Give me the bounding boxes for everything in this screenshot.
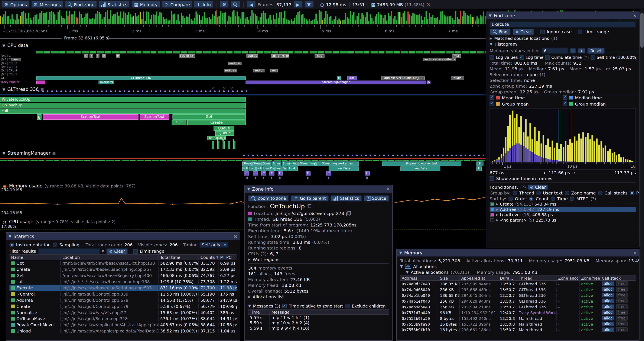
alloc-callstack-button[interactable]: alloc [602,327,614,332]
exclude-children-checkbox[interactable] [345,303,350,308]
ignore-case-checkbox[interactable] [540,30,545,34]
sample-dot[interactable] [370,155,372,156]
timeline-zone[interactable]: Lo Uj [249,167,256,171]
sample-dot[interactable] [365,155,367,156]
increment-button[interactable]: + [578,48,585,53]
sample-dot[interactable] [119,90,121,92]
timeline-zone[interactable]: g [37,114,41,120]
cpu-usage-plot-header[interactable]: ◔ CPU usage (y-range: 0.78%, visible dat… [2,219,116,224]
timeline-zone[interactable]: Streaming worker tas [316,161,359,166]
sample-dot[interactable] [60,90,62,92]
timeline-zone[interactable]: Strea [262,161,272,166]
timeline-zone[interactable]: C [278,171,282,176]
timeline-zone[interactable]: cds_ol_rx_threa [271,54,289,57]
sample-dot[interactable] [266,155,268,156]
frame-dropdown-button[interactable]: ▼ [304,1,314,8]
sample-dot[interactable] [320,155,322,156]
sort-by-radio-time[interactable] [551,196,555,201]
find-zone-histogram[interactable]: 1 µs10 µs100 µs [490,108,636,170]
timeline-zone[interactable]: LoadDaU [263,167,275,171]
stats-column-location[interactable]: Location [60,255,158,259]
sample-dot[interactable] [257,155,258,156]
source-button[interactable]: Source [364,195,389,201]
toolbar-button-messages[interactable]: ✉Messages [31,1,63,8]
wait-regions-label[interactable]: Wait regions [253,257,280,262]
sample-dot[interactable] [401,155,403,156]
timeline-zone[interactable]: Strea [272,161,281,166]
sample-dot[interactable] [65,90,67,92]
expand-arrow-icon[interactable]: ▶ [496,213,498,216]
stats-row[interactable]: OnTouchMovejni/../jni/src/guif/Screen.cp… [10,316,236,322]
sample-dot[interactable] [428,155,430,156]
timeline-zone[interactable]: C [306,171,310,176]
expand-arrow-icon[interactable]: ▶ [496,218,498,222]
free-callstack-button[interactable]: free [616,281,628,286]
timeline-zone[interactable]: Get [172,114,246,120]
sample-dot[interactable] [275,155,276,156]
alloc-callstack-button[interactable]: alloc [602,304,614,309]
memory-titlebar[interactable]: ▼ Memory × [397,249,639,256]
instrumentation-radio[interactable] [10,242,14,247]
help-mark[interactable]: (?) [520,184,526,189]
timeline-zone[interactable]: audio. [253,69,264,72]
statistics-button[interactable]: Statistics [331,195,362,201]
sample-dot[interactable] [83,90,84,92]
stats-row[interactable]: Executejni/../jni/src/claw/base/LuaScrip… [10,285,236,291]
sample-dot[interactable] [214,90,216,92]
timeline-zone[interactable]: R [116,54,120,57]
sample-dot[interactable] [88,90,89,92]
sample-dot[interactable] [47,90,48,92]
series-checkbox[interactable] [563,102,567,106]
timeline-zone[interactable]: C [365,171,370,176]
sample-dot[interactable] [442,155,444,156]
sample-dot[interactable] [347,155,349,156]
allocations-list-label[interactable]: Allocations list [253,294,284,299]
streamingmanager-section-header[interactable]: ▼ StreamingManager [2,150,56,156]
sample-dot[interactable] [128,90,130,92]
find-button[interactable]: Find [490,29,510,35]
timeline-zone[interactable]: LcU [242,167,248,171]
sample-dot[interactable] [406,155,408,156]
found-zone-group[interactable]: ▶Create(54,131)643.34 ms [490,201,636,207]
timeline-zone[interactable]: TraC [347,76,357,80]
allocation-row[interactable]: 0x7553b9fa9016 bytes153,722,396ns13:50.8… [400,321,636,327]
timeline-zone[interactable]: C [253,171,258,176]
sample-dot[interactable] [338,155,340,156]
sample-dot[interactable] [433,155,434,156]
timeline-zone[interactable]: LoadData [400,167,440,171]
timeline-zone[interactable]: C [244,171,249,176]
sample-dot[interactable] [146,90,148,92]
reset-button[interactable]: Reset [588,48,605,54]
sample-dot[interactable] [483,155,484,156]
sample-dot[interactable] [438,155,439,156]
zoom-to-zone-button[interactable]: Zoom to zone [248,195,289,201]
copy-icon[interactable] [346,211,350,216]
sample-dot[interactable] [306,155,308,156]
allocation-row[interactable]: 0x7553b9fa508 bytes153,492,240ns13:50.8M… [400,315,636,321]
allocation-row[interactable]: 0x74ab1ef040256 KB294,629,948ns13:50.7GL… [400,298,636,304]
allocation-row[interactable]: 0x74ab9e5040256 KB293,994,219ns13:50.7GL… [400,304,636,309]
messages-column-message[interactable]: Message [269,310,386,314]
timeline-zone[interactable] [36,81,45,84]
timeline-zone[interactable]: LoadData [328,167,359,171]
timeline-zone[interactable]: E [96,54,99,57]
collapse-icon[interactable]: ▼ [247,187,250,191]
clear-found-button[interactable]: ⊗Clear [528,184,548,190]
free-callstack-button[interactable]: free [616,304,628,309]
memory-column-address[interactable]: Address [400,275,438,280]
sample-dot[interactable] [110,90,112,92]
sample-dot[interactable] [352,155,353,156]
stats-row[interactable]: calljni/../jni/../../../src/claw/base/Lu… [10,279,236,285]
sample-dot[interactable] [74,90,76,92]
stats-column-counts[interactable]: Counts▼ [198,255,218,259]
sample-dot[interactable] [200,90,202,92]
tools-button[interactable]: ⚒ [220,1,229,8]
timeline-zone[interactable]: E ( E [172,120,186,125]
sample-dot[interactable] [415,155,416,156]
allocation-row[interactable]: 0x74ab1be040186.68 KB294,645,364ns13:50.… [400,292,636,298]
alloc-callstack-button[interactable]: alloc [602,310,614,315]
go-to-parent-button[interactable]: ↑Go to parent [291,195,328,201]
sample-dot[interactable] [420,155,421,156]
goto-search-button[interactable] [230,1,240,8]
memory-column-call-stack[interactable]: Call stack [600,275,632,280]
